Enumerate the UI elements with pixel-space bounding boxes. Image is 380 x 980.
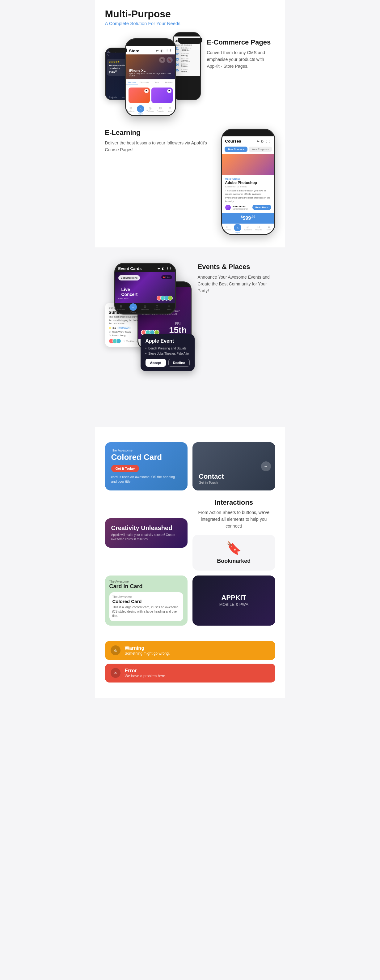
nav-welcome[interactable]: ◎ Welcome	[146, 107, 155, 115]
nav-features2[interactable]: ⊞Features	[222, 225, 233, 234]
concert-location: New York	[118, 297, 129, 300]
nav-menu-e[interactable]: ≡Menu	[163, 305, 175, 313]
events-content: Event Cards ⬅◐⋮⋮ Get Directions Live	[105, 263, 275, 411]
event-hero: Get Directions Live Live Concert New Yor…	[115, 272, 175, 303]
creativity-title: Creativity Unleashed	[111, 525, 182, 531]
stars: ★★★★★	[109, 60, 128, 64]
courses-title: Courses	[225, 139, 241, 143]
featured-card-1: ❤	[128, 88, 150, 103]
product-desc: Space Gray with 256GB Storage and 32 GB …	[129, 72, 175, 77]
avatar-4	[168, 296, 173, 301]
tab-tech[interactable]: Tech	[150, 81, 163, 84]
popular-tag: POPULAR	[117, 326, 131, 329]
store-screen: Store ⬅◐⋮⋮ iPhone XL Space Gray with 256…	[126, 46, 175, 115]
nav-pages[interactable]: ⌂ Pages	[136, 107, 146, 115]
instructor-role: Senior Designer	[233, 208, 248, 210]
events-heading: Events & Places	[198, 263, 275, 271]
appkit-card: APPKIT MOBILE & PWA	[193, 576, 275, 625]
concert-info: Live Concert New York	[118, 297, 129, 300]
hero-section: Multi-Purpose A Complete Solution For Yo…	[95, 0, 285, 26]
get-it-button[interactable]: Get it Today	[111, 465, 139, 472]
attending-avatars	[109, 339, 121, 344]
read-more-button[interactable]: Read More	[252, 205, 271, 210]
appkit-sub: MOBILE & PWA	[219, 602, 249, 607]
accept-button[interactable]: Accept	[146, 359, 166, 367]
nav-features[interactable]: ⊞ Features	[126, 107, 136, 115]
alerts-section: ⚠ Warning Something might go wrong. ✕ Er…	[95, 641, 285, 698]
colored-card-blue: The Awesome Colored Card Get it Today ca…	[105, 442, 188, 490]
contact-arrow[interactable]: →	[261, 461, 271, 471]
warning-content: Warning Something might go wrong.	[125, 645, 170, 655]
decline-button[interactable]: Decline	[168, 359, 190, 367]
apple-event-detail-1: ▪ Bench Pressing and Squats	[146, 346, 190, 350]
toc-item-5: 05 1:20MinFinishi...	[176, 68, 198, 73]
nav-pages2[interactable]: ⌂Pages	[232, 225, 243, 234]
nav-feat-e[interactable]: ⊞Features	[115, 305, 127, 313]
instructor-row: JD John Droid Senior Designer Read More	[225, 205, 271, 210]
nav-menu2[interactable]: ≡Menu	[264, 225, 274, 234]
live-badge: Live	[161, 275, 172, 279]
nav-pages-e[interactable]: ⌂Pages	[127, 305, 139, 313]
card1-heart: ❤	[144, 89, 149, 93]
tab-mobiles[interactable]: Mobiles	[163, 81, 175, 84]
nav-proj-e[interactable]: ⊡Projects	[151, 305, 163, 313]
nav-projects[interactable]: ⊡ Projects	[155, 107, 165, 115]
card-inner: The Awesome Colored Card This is a large…	[109, 592, 184, 621]
get-directions-btn[interactable]: Get Directions	[118, 275, 140, 280]
event-card-phone: Event Cards ⬅◐⋮⋮ Get Directions Live	[114, 263, 176, 315]
events-text: Events & Places Announce Your Awesome Ev…	[198, 263, 275, 294]
card2-heart: ❤	[167, 89, 171, 93]
toc-item-2: 02 30:06 MinEditing...	[176, 52, 198, 57]
tab-discounts[interactable]: Discounts	[138, 81, 150, 84]
ecommerce-section: Samsung A ★★★★★ Wireless in EarHeadsets …	[95, 26, 285, 247]
creativity-desc: Appkit will make your creativity scream!…	[111, 533, 182, 541]
courses-topbar: Courses ⬅◐⋮⋮	[222, 136, 274, 145]
colored-card-desc: card, it uses an awesome iOS the heading…	[111, 475, 182, 484]
apple-event-detail-2: ▪ Steve Jobs Theater, Palo Alto	[146, 352, 190, 356]
rating-num: 4.9	[112, 326, 117, 329]
nav-projects2[interactable]: ⊡Projects	[253, 225, 264, 234]
sm-av-3	[116, 339, 121, 344]
tab-featured[interactable]: Featured	[126, 81, 138, 84]
events-desc: Announce Your Awesome Events and Create …	[198, 274, 275, 294]
nav-menu[interactable]: ≡ Menu	[165, 107, 175, 115]
nav-welcome-e[interactable]: ◎Welcome	[139, 305, 151, 313]
appkit-title: APPKIT	[219, 594, 249, 601]
toc-item-1: 01 1:35:22minsIntrodu...	[176, 47, 198, 51]
interactions-desc: From Action Sheets to buttons, we've int…	[193, 509, 275, 530]
colored-card-title: Colored Card	[111, 453, 182, 462]
tab-progress[interactable]: Your Progress	[249, 146, 272, 152]
tab-new-courses[interactable]: New Courses	[225, 146, 248, 152]
bookmarked-card: 🔖 Bookmarked	[193, 535, 275, 571]
rating-stars: ★	[109, 326, 111, 329]
instructor-info: John Droid Senior Designer	[233, 205, 248, 210]
store-topbar: Store ⬅◐⋮⋮	[126, 46, 175, 54]
card-in-card-section: The Awesome Card in Card The Awesome Col…	[105, 576, 275, 625]
apple-detail-text-2: Steve Jobs Theater, Palo Alto	[148, 352, 189, 356]
course-subtitle: Video Tutorials	[225, 178, 271, 180]
bookmarked-label: Bookmarked	[217, 558, 250, 564]
courses-nav: ⊞Features ⌂Pages ◎Welcome ⊡Projects ≡Men…	[222, 224, 274, 234]
right-col: Interactions From Action Sheets to butto…	[193, 495, 275, 571]
store-icons: ⬅◐⋮⋮	[156, 49, 172, 53]
contact-title: Contact	[199, 473, 269, 480]
interactions-row-2: Creativity Unleashed Appkit will make yo…	[105, 495, 275, 571]
inner-desc: This is a large content card, it uses an…	[112, 605, 180, 618]
interactions-section: The Awesome Colored Card Get it Today ca…	[95, 427, 285, 641]
creativity-card: Creativity Unleashed Appkit will make yo…	[105, 518, 188, 548]
course-meta: 62lessons · 16 months	[225, 186, 271, 188]
inner-title: Colored Card	[112, 599, 180, 604]
featured-row: ❤ ❤	[126, 86, 175, 105]
error-content: Error We have a problem here.	[125, 668, 166, 678]
fri-badge: FRI 15th	[169, 321, 187, 335]
events-nav: ⊞Features ⌂Pages ◎Welcome ⊡Projects ≡Men…	[115, 303, 175, 313]
instructor-avatar: JD	[225, 205, 231, 210]
apple-event-title: Apple Event	[146, 338, 190, 344]
colored-card-subtitle: The Awesome	[111, 449, 182, 452]
nav-welcome2[interactable]: ◎Welcome	[243, 225, 253, 234]
course-price: $$99.99	[222, 213, 274, 224]
product-hero-image: iPhone XL Space Gray with 256GB Storage …	[126, 54, 175, 79]
bookmark-icon-large: 🔖	[226, 541, 242, 555]
instructor-name: John Droid	[233, 205, 248, 208]
apple-detail-text-1: Bench Pressing and Squats	[148, 346, 186, 350]
